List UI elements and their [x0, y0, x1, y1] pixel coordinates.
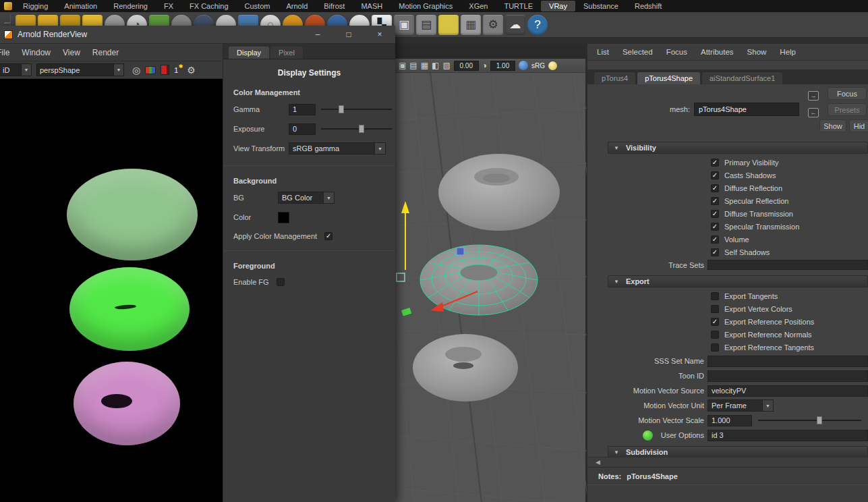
export-vertex-colors-checkbox[interactable] — [711, 305, 719, 313]
motion-vector-scale-input[interactable]: 1.000 — [707, 415, 752, 426]
lights-icon[interactable] — [548, 61, 557, 70]
menuset-motion-graphics[interactable]: Motion Graphics — [390, 1, 461, 11]
enable-fg-checkbox[interactable] — [277, 278, 285, 286]
motion-vector-unit-dropdown[interactable]: Per Frame ▼ — [707, 399, 774, 412]
export-reference-positions-checkbox[interactable]: ✓ — [711, 318, 719, 326]
selected-vertex-handle[interactable] — [457, 248, 464, 255]
snapshot-icon[interactable]: 1✱ — [174, 66, 182, 74]
diffuse-transmission-checkbox[interactable]: ✓ — [711, 210, 719, 218]
diffuse-reflection-checkbox[interactable]: ✓ — [711, 184, 719, 192]
camera-icon[interactable]: ▦ — [461, 15, 481, 35]
light-icon[interactable] — [438, 15, 459, 35]
ae-menu-selected[interactable]: Selected — [623, 48, 653, 56]
show-button[interactable]: Show — [819, 119, 846, 132]
mesh-name-field[interactable]: pTorus4Shape — [694, 103, 799, 116]
manipulator-y-arrowhead[interactable] — [401, 201, 409, 213]
gear-icon[interactable]: ⚙ — [187, 65, 196, 75]
red-channel-swatch[interactable] — [161, 65, 169, 75]
ae-menu-list[interactable]: List — [597, 48, 609, 56]
self-shadows-checkbox[interactable]: ✓ — [711, 248, 719, 256]
ae-menu-focus[interactable]: Focus — [666, 48, 687, 56]
bookmarks-icon[interactable]: ▤ — [409, 61, 417, 69]
gamma-slider[interactable] — [321, 105, 392, 114]
specular-transmission-checkbox[interactable]: ✓ — [711, 223, 719, 231]
bg-color-swatch[interactable] — [278, 212, 289, 223]
viewport-panel[interactable]: ▣▤▦◧▧0.00◑1.00sRG — [395, 44, 587, 502]
menuset-vray[interactable]: VRay — [541, 1, 575, 11]
trace-sets-input[interactable] — [707, 260, 868, 270]
hide-button[interactable]: Hid — [849, 119, 868, 132]
torus-bottom[interactable] — [413, 334, 518, 401]
aov-dropdown[interactable]: iD ▼ — [0, 63, 32, 76]
gear-icon[interactable]: ⚙ — [483, 15, 503, 35]
monitor-icon[interactable]: ▤ — [416, 15, 436, 35]
view-menu[interactable]: View — [63, 48, 80, 57]
green-toggle-icon[interactable] — [643, 430, 653, 441]
menuset-mash[interactable]: MASH — [353, 1, 390, 11]
manipulator-plane-handle[interactable] — [401, 308, 411, 316]
menuset-rendering[interactable]: Rendering — [105, 1, 156, 11]
render-menu[interactable]: Render — [92, 48, 119, 57]
manipulator-center-box[interactable] — [397, 273, 405, 281]
torus-top[interactable] — [438, 154, 560, 231]
ae-menu-attributes[interactable]: Attributes — [701, 48, 734, 56]
image-plane-icon[interactable]: ▦ — [421, 61, 428, 69]
tab-aistandardsurface1[interactable]: aiStandardSurface1 — [702, 72, 782, 84]
tab-display[interactable]: Display — [229, 47, 269, 59]
export-tangents-checkbox[interactable] — [711, 292, 719, 300]
input-connections-icon[interactable]: → — [808, 91, 819, 101]
sss-set-name-input[interactable] — [707, 356, 868, 367]
contrast-icon[interactable]: ◑ — [482, 61, 487, 69]
menuset-fx[interactable]: FX — [156, 1, 181, 11]
scroll-left-icon[interactable]: ◀ — [596, 459, 600, 466]
horizontal-scrollbar[interactable]: ◀ — [587, 457, 868, 467]
close-button[interactable]: × — [364, 26, 395, 43]
camera-dropdown[interactable]: perspShape ▼ — [36, 63, 124, 76]
menuset-redshift[interactable]: Redshift — [627, 1, 670, 11]
visibility-section-header[interactable]: ▼ Visibility — [608, 142, 868, 154]
rgba-channels-icon[interactable] — [145, 66, 156, 74]
viewport-gamma-field[interactable]: 1.00 — [490, 61, 515, 71]
menuset-substance[interactable]: Substance — [575, 1, 627, 11]
ae-menu-help[interactable]: Help — [780, 48, 796, 56]
camera-attributes-icon[interactable]: ▣ — [399, 61, 406, 69]
menuset-custom[interactable]: Custom — [237, 1, 279, 11]
motion-vector-scale-slider[interactable] — [758, 416, 861, 425]
render-image[interactable] — [0, 79, 223, 502]
help-icon[interactable]: ? — [527, 15, 548, 35]
subdivision-section-header[interactable]: ▼ Subdivision — [608, 446, 868, 457]
exposure-input[interactable]: 0 — [289, 123, 316, 135]
selected-torus[interactable] — [420, 245, 538, 315]
output-connections-icon[interactable]: ← — [808, 108, 819, 117]
exposure-slider[interactable] — [321, 124, 392, 134]
menuset-bifrost[interactable]: Bifrost — [316, 1, 353, 11]
tab-ptorus4shape[interactable]: pTorus4Shape — [637, 72, 700, 84]
maya-logo-icon[interactable] — [4, 2, 12, 10]
export-section-header[interactable]: ▼ Export — [608, 275, 868, 287]
export-reference-tangents-checkbox[interactable] — [711, 343, 719, 352]
toon-id-input[interactable] — [707, 370, 868, 382]
gamma-input[interactable]: 1 — [289, 104, 316, 115]
menuset-fx-caching[interactable]: FX Caching — [181, 1, 236, 11]
tab-pixel[interactable]: Pixel — [270, 47, 303, 59]
arnold-titlebar[interactable]: Arnold RenderView – □ × — [0, 26, 395, 44]
slider-handle[interactable] — [359, 125, 364, 133]
file-menu[interactable]: File — [0, 48, 9, 57]
menuset-animation[interactable]: Animation — [56, 1, 105, 11]
casts-shadows-checkbox[interactable]: ✓ — [711, 171, 719, 179]
ae-menu-show[interactable]: Show — [747, 48, 767, 56]
focus-button[interactable]: Focus — [828, 87, 867, 100]
specular-reflection-checkbox[interactable]: ✓ — [711, 197, 719, 205]
colorspace-icon[interactable] — [519, 61, 528, 70]
slider-handle[interactable] — [339, 105, 344, 113]
render-icon[interactable]: ▣ — [394, 15, 414, 35]
apply-color-management-checkbox[interactable]: ✓ — [324, 232, 332, 240]
volume-checkbox[interactable]: ✓ — [711, 235, 719, 244]
menuset-turtle[interactable]: TURTLE — [496, 1, 541, 11]
notes-value[interactable]: pTorus4Shape — [627, 472, 678, 480]
view-transform-dropdown[interactable]: sRGB gamma ▼ — [289, 142, 386, 155]
render-target-icon[interactable]: ◎ — [132, 65, 140, 75]
viewport-canvas[interactable] — [395, 73, 587, 502]
oversampling-icon[interactable]: ▧ — [442, 61, 450, 69]
viewport-exposure-field[interactable]: 0.00 — [454, 61, 479, 71]
